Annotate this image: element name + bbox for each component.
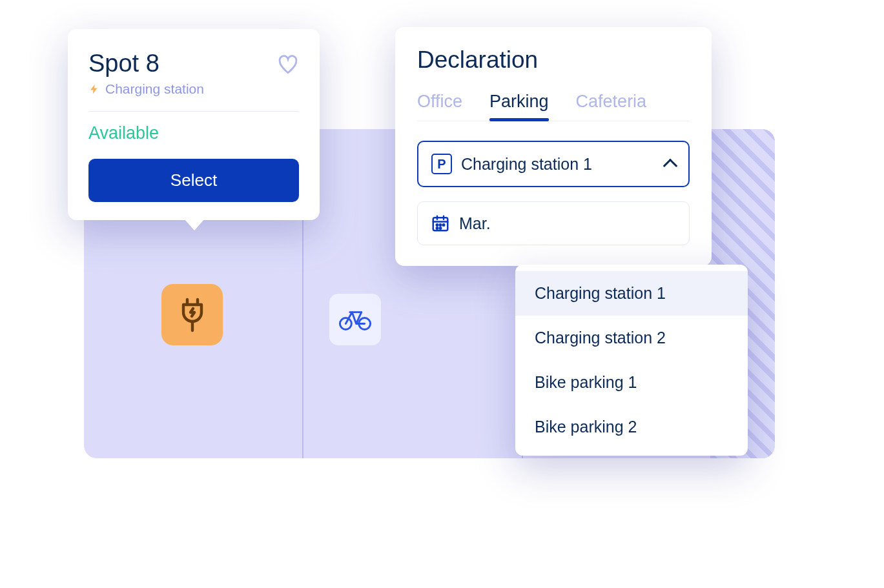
chevron-up-icon [663, 159, 678, 174]
date-select[interactable]: Mar. [417, 201, 690, 245]
parking-icon: P [431, 154, 452, 174]
dropdown-option[interactable]: Charging station 1 [515, 271, 748, 316]
heart-icon[interactable] [277, 54, 299, 76]
select-button[interactable]: Select [88, 159, 299, 202]
svg-point-6 [437, 227, 438, 229]
declaration-tabs: Office Parking Cafeteria [417, 92, 690, 121]
date-value: Mar. [459, 214, 491, 233]
spot-subtype: Charging station [105, 81, 204, 97]
parking-dropdown: Charging station 1 Charging station 2 Bi… [515, 265, 748, 456]
tab-office[interactable]: Office [417, 92, 462, 121]
svg-point-4 [440, 224, 442, 226]
bolt-icon [88, 82, 100, 96]
spot-popover: Spot 8 Charging station Available Select [68, 29, 320, 220]
plug-icon [176, 297, 209, 333]
bike-spot-marker[interactable] [329, 294, 381, 345]
dropdown-option[interactable]: Bike parking 1 [515, 360, 748, 405]
svg-point-7 [440, 227, 442, 229]
dropdown-option[interactable]: Bike parking 2 [515, 405, 748, 449]
svg-point-3 [437, 224, 438, 226]
bicycle-icon [338, 307, 372, 332]
tab-cafeteria[interactable]: Cafeteria [576, 92, 647, 121]
parking-select-value: Charging station 1 [461, 155, 656, 174]
dropdown-option[interactable]: Charging station 2 [515, 316, 748, 360]
charging-spot-marker[interactable] [161, 284, 223, 345]
tab-parking[interactable]: Parking [489, 92, 549, 121]
declaration-card: Declaration Office Parking Cafeteria P C… [395, 27, 712, 266]
divider [88, 111, 299, 112]
calendar-icon [431, 214, 450, 233]
declaration-title: Declaration [417, 46, 690, 74]
spot-title: Spot 8 [88, 50, 204, 77]
svg-point-5 [443, 224, 445, 226]
spot-status: Available [88, 123, 299, 143]
parking-select[interactable]: P Charging station 1 [417, 141, 690, 187]
